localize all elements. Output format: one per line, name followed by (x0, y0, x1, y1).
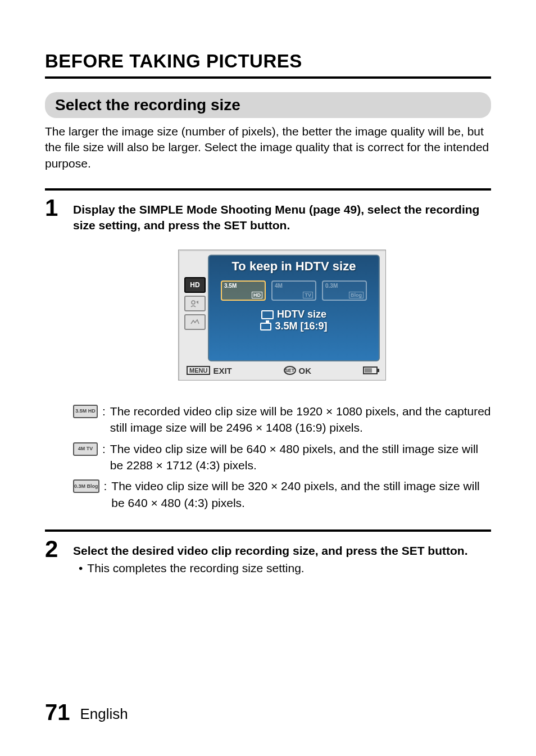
step-1-number: 1 (45, 196, 62, 220)
lcd-screenshot: HD To keep in HDTV size (73, 250, 491, 381)
step-2-bullet: • This completes the recording size sett… (73, 560, 491, 576)
list-item-text: The video clip size will be 320 × 240 pi… (111, 478, 491, 511)
size-option-tv-bot: TV (303, 292, 313, 298)
colon: : (104, 478, 107, 511)
lcd-desc-line2: 3.5M [16:9] (275, 320, 327, 333)
page-language: English (80, 705, 128, 725)
size-option-blog: 0.3M Blog (322, 280, 367, 301)
lcd-title: To keep in HDTV size (214, 259, 374, 274)
page-heading: BEFORE TAKING PICTURES (45, 51, 491, 79)
lcd-size-options: 3.5M HD 4M TV 0.3M Blog (214, 280, 374, 301)
tv-icon: 4M TV (73, 442, 98, 456)
tab-portrait-icon (184, 296, 206, 311)
hd-icon: 3.5M HD (73, 405, 98, 418)
lcd-tabs: HD (184, 255, 206, 361)
step-1-text: Display the SIMPLE Mode Shooting Menu (p… (73, 202, 491, 234)
step-1-block: 1 Display the SIMPLE Mode Shooting Menu … (45, 188, 491, 515)
step-2-block: 2 Select the desired video clip recordin… (45, 529, 491, 577)
blog-icon: 0.3M Blog (73, 479, 99, 493)
tab-hd: HD (184, 277, 206, 293)
intro-paragraph: The larger the image size (number of pix… (45, 124, 491, 171)
size-option-blog-bot: Blog (349, 292, 364, 298)
list-item: 4M TV : The video clip size will be 640 … (73, 441, 491, 474)
camera-icon (260, 323, 271, 331)
list-item: 3.5M HD : The recorded video clip size w… (73, 403, 491, 436)
size-option-hd: 3.5M HD (221, 280, 266, 301)
battery-icon (363, 366, 378, 374)
page-number: 71 (45, 700, 70, 725)
size-option-blog-top: 0.3M (325, 283, 338, 289)
bullet-dot: • (73, 560, 83, 576)
step-2-text: Select the desired video clip recording … (73, 543, 491, 559)
list-item: 0.3M Blog : The video clip size will be … (73, 478, 491, 511)
ok-label: OK (299, 366, 312, 375)
step-2-bullet-text: This completes the recording size settin… (87, 560, 304, 576)
tab-scene-icon (184, 314, 206, 330)
set-button-label: SET (284, 366, 296, 375)
exit-label: EXIT (213, 366, 231, 375)
size-option-hd-top: 3.5M (224, 283, 237, 289)
svg-point-0 (192, 301, 195, 304)
list-item-text: The video clip size will be 640 × 480 pi… (110, 441, 491, 474)
page-footer: 71 English (45, 700, 128, 725)
size-option-tv: 4M TV (271, 280, 316, 301)
size-icon-list: 3.5M HD : The recorded video clip size w… (73, 403, 491, 511)
list-item-text: The recorded video clip size will be 192… (110, 403, 491, 436)
colon: : (102, 441, 106, 474)
colon: : (102, 403, 106, 436)
lcd-desc-line1: HDTV size (277, 309, 326, 321)
lcd-bottom-bar: MENU EXIT SET OK (184, 366, 380, 375)
step-2-number: 2 (45, 537, 62, 561)
video-icon (261, 310, 274, 319)
menu-button-label: MENU (187, 366, 210, 375)
section-subheading: Select the recording size (45, 92, 491, 118)
size-option-hd-bot: HD (252, 292, 262, 298)
size-option-tv-top: 4M (275, 283, 283, 289)
lcd-size-description: HDTV size 3.5M [16:9] (214, 309, 374, 333)
